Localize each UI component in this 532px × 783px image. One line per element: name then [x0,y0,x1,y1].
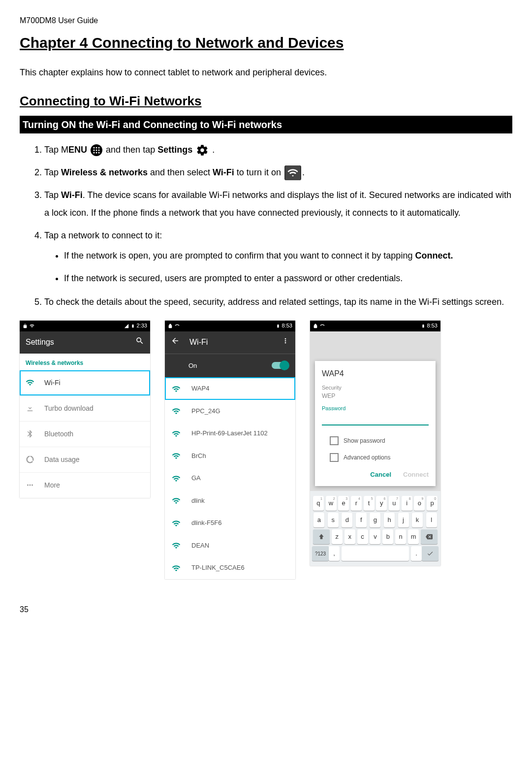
key[interactable]: g [370,513,380,527]
svg-point-5 [96,150,97,151]
checkbox-label: Show password [344,436,385,445]
text: to turn it on [234,167,283,177]
comma-key[interactable]: , [329,546,340,561]
wifi-signal-icon [172,496,182,504]
svg-point-1 [94,147,95,149]
svg-point-2 [96,147,97,149]
cancel-button[interactable]: Cancel [370,470,391,480]
key[interactable]: u7 [389,496,400,511]
text: Tap M [44,145,68,155]
key[interactable]: z [332,529,343,544]
key[interactable]: x [344,529,355,544]
on-screen-keyboard[interactable]: q1w2e3r4t5y6u7i8o9p0 asdfghjkl zxcvbnm ?… [310,491,440,566]
password-field[interactable] [322,415,429,425]
advanced-options-checkbox[interactable]: Advanced options [322,449,429,466]
wifi-network-row[interactable]: dlink [165,489,295,512]
back-icon[interactable] [171,336,180,349]
svg-point-9 [98,152,100,154]
key[interactable]: b [382,529,393,544]
settings-row-more[interactable]: More [20,472,150,498]
key[interactable]: w2 [326,496,337,511]
shift-key[interactable] [313,529,330,544]
text-bold: ENU [68,145,87,155]
show-password-checkbox[interactable]: Show password [322,432,429,449]
wifi-network-row[interactable]: DEAN [165,534,295,557]
wifi-network-row[interactable]: dlink-F5F6 [165,512,295,534]
wifi-network-row[interactable]: BrCh [165,445,295,467]
key[interactable]: r4 [351,496,362,511]
wifi-header: Wi-Fi On [165,331,295,378]
key[interactable]: t5 [364,496,375,511]
text: If the network is open, you are prompted… [64,251,415,261]
wifi-network-row[interactable]: WAP4 [165,377,295,400]
settings-row-wifi[interactable]: Wi-Fi [20,370,150,395]
space-key[interactable] [342,546,409,561]
intro-paragraph: This chapter explains how to connect tab… [20,66,512,79]
svg-point-3 [98,147,100,149]
key[interactable]: o9 [414,496,425,511]
step-4-bullet-1: If the network is open, you are prompted… [64,247,512,265]
wifi-status-icon [30,324,34,328]
key[interactable]: h [384,513,395,527]
key[interactable]: s [328,513,339,527]
menu-icon [91,144,102,156]
battery-icon [276,323,280,329]
key[interactable]: n [395,529,406,544]
connect-button[interactable]: Connect [403,470,429,480]
checkbox-icon [330,436,339,445]
key[interactable]: q1 [313,496,324,511]
wifi-on-row[interactable]: On [165,354,295,378]
network-name: HP-Print-69-LaserJet 1102 [191,428,268,438]
overflow-menu-icon[interactable] [282,336,289,348]
lock-icon [168,324,173,328]
data-usage-icon [26,455,34,464]
wifi-status-icon [175,324,180,328]
period-key[interactable]: . [411,546,422,561]
enter-key[interactable] [422,546,438,561]
wifi-toggle[interactable] [272,362,288,369]
key[interactable]: a [313,513,324,527]
search-icon[interactable] [135,336,144,349]
status-bar: 8:53 [310,321,440,331]
svg-point-6 [98,150,100,151]
screenshots-row: 2:33 Settings Wireless & networks Wi-Fi … [20,321,512,579]
key[interactable]: k [412,513,423,527]
dialog-password-label: Password [322,404,429,413]
text: Tap [44,167,61,177]
network-name: WAP4 [191,384,209,393]
wifi-on-label: On [188,361,197,371]
key[interactable]: l [426,513,437,527]
symbols-key[interactable]: ?123 [312,546,329,561]
wifi-signal-icon [172,541,182,549]
network-name: BrCh [191,451,206,461]
key[interactable]: p0 [427,496,438,511]
clock: 2:33 [137,322,147,330]
battery-icon [421,323,425,329]
clock: 8:53 [282,322,292,330]
key[interactable]: i8 [402,496,412,511]
svg-point-4 [94,150,95,151]
download-icon [26,404,34,413]
text: and then tap [103,145,157,155]
instruction-list: Tap MENU and then tap Settings . Tap Wir… [20,141,512,311]
settings-row-turbo[interactable]: Turbo download [20,395,150,421]
section-title: Connecting to Wi-Fi Networks [20,92,512,111]
settings-row-data[interactable]: Data usage [20,447,150,472]
key[interactable]: v [370,529,380,544]
key[interactable]: y6 [376,496,387,511]
wifi-signal-icon [172,452,182,459]
key[interactable]: m [408,529,419,544]
step-2: Tap Wireless & networks and then select … [44,163,512,181]
wifi-network-row[interactable]: GA [165,467,295,489]
wifi-network-row[interactable]: HP-Print-69-LaserJet 1102 [165,422,295,445]
key[interactable]: j [398,513,409,527]
key[interactable]: e3 [338,496,349,511]
settings-row-bluetooth[interactable]: Bluetooth [20,421,150,447]
wifi-network-row[interactable]: PPC_24G [165,400,295,423]
key[interactable]: d [342,513,352,527]
key[interactable]: c [357,529,368,544]
backspace-key[interactable] [421,529,438,544]
wifi-network-row[interactable]: TP-LINK_C5CAE6 [165,556,295,579]
status-bar: 2:33 [20,321,150,331]
key[interactable]: f [356,513,367,527]
